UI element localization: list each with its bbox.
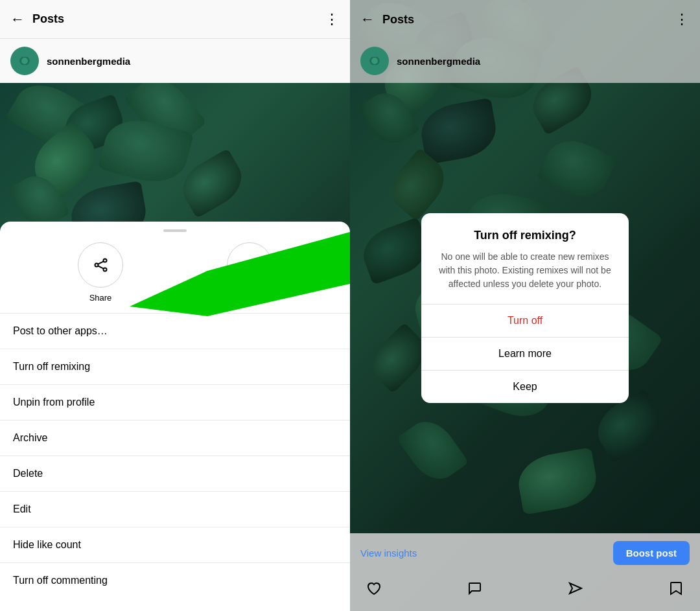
right-avatar (360, 47, 389, 75)
bottom-sheet-overlay: Share Link Post to o (0, 83, 350, 611)
turn-off-remixing-item[interactable]: Turn off remixing (0, 349, 350, 384)
right-bottom-bar: View insights Boost post (350, 533, 700, 611)
svg-line-7 (248, 263, 252, 268)
right-header-title: Posts (382, 13, 675, 27)
svg-point-4 (104, 268, 107, 271)
link-label: Link (242, 293, 257, 303)
modal-body: No one will be able to create new remixe… (421, 250, 629, 304)
modal-overlay: Turn off remixing? No one will be able t… (350, 83, 700, 533)
turn-off-button[interactable]: Turn off (421, 305, 629, 337)
turn-off-remixing-modal: Turn off remixing? No one will be able t… (421, 213, 629, 403)
svg-point-1 (21, 58, 28, 64)
link-item[interactable]: Link (227, 242, 272, 303)
insights-row: View insights Boost post (350, 533, 700, 573)
right-content: ← Posts ⋮ sonnenbergmedia Turn off remix… (350, 0, 700, 611)
link-icon-circle (227, 242, 272, 288)
left-username: sonnenbergmedia (47, 56, 130, 67)
left-header-title: Posts (32, 12, 325, 26)
learn-more-button[interactable]: Learn more (421, 338, 629, 370)
left-panel: ← Posts ⋮ sonnenbergmedia (0, 0, 350, 611)
right-more-options-icon[interactable]: ⋮ (675, 11, 690, 28)
share-icon-circle (78, 242, 123, 288)
right-profile-row: sonnenbergmedia (350, 39, 700, 83)
keep-button[interactable]: Keep (421, 371, 629, 403)
boost-post-button[interactable]: Boost post (613, 541, 690, 565)
share-item[interactable]: Share (78, 242, 123, 303)
share-icon (91, 256, 110, 274)
left-avatar (10, 47, 39, 75)
left-back-button[interactable]: ← (10, 11, 25, 28)
link-icon (240, 256, 259, 274)
right-back-button[interactable]: ← (360, 11, 375, 28)
archive-item[interactable]: Archive (0, 421, 350, 455)
hide-like-item[interactable]: Hide like count (0, 527, 350, 562)
post-to-apps-item[interactable]: Post to other apps… (0, 314, 350, 349)
drag-handle (163, 229, 187, 232)
send-icon[interactable] (567, 580, 584, 601)
left-header: ← Posts ⋮ (0, 0, 350, 39)
svg-line-6 (98, 266, 104, 268)
svg-point-3 (104, 259, 107, 262)
svg-marker-12 (570, 583, 581, 594)
right-header: ← Posts ⋮ (350, 0, 700, 39)
edit-item[interactable]: Edit (0, 492, 350, 527)
bottom-sheet: Share Link Post to o (0, 222, 350, 611)
comment-icon[interactable] (466, 580, 483, 601)
svg-point-11 (371, 58, 378, 64)
left-post-image: Share Link Post to o (0, 83, 350, 611)
left-more-options-icon[interactable]: ⋮ (325, 11, 340, 28)
delete-item[interactable]: Delete (0, 456, 350, 491)
svg-line-5 (98, 261, 104, 264)
icon-row: Share Link (0, 242, 350, 313)
view-insights-link[interactable]: View insights (360, 548, 417, 559)
unpin-item[interactable]: Unpin from profile (0, 385, 350, 420)
action-icons-row (350, 580, 700, 611)
right-username: sonnenbergmedia (397, 56, 480, 67)
svg-point-2 (95, 264, 99, 267)
heart-icon[interactable] (366, 580, 382, 601)
modal-title: Turn off remixing? (421, 213, 629, 250)
right-panel: ← Posts ⋮ sonnenbergmedia Turn off remix… (350, 0, 700, 611)
bookmark-icon[interactable] (668, 580, 684, 601)
share-label: Share (89, 293, 112, 303)
left-profile-row: sonnenbergmedia (0, 39, 350, 83)
turn-off-commenting-item[interactable]: Turn off commenting (0, 563, 350, 598)
